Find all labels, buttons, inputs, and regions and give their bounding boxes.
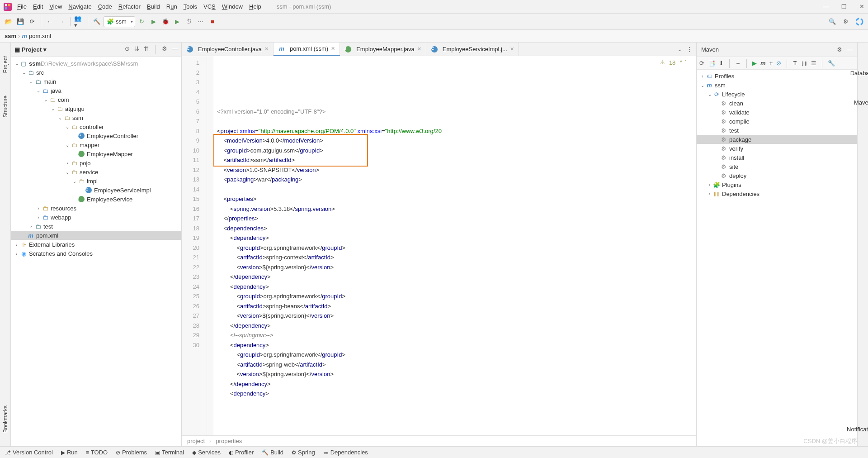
close-tab-icon[interactable]: ✕: [331, 46, 335, 52]
tree-item[interactable]: ⚙ site: [697, 162, 857, 171]
close-tab-icon[interactable]: ✕: [510, 46, 514, 52]
side-tab-structure[interactable]: Structure: [2, 95, 9, 118]
run-config-combo[interactable]: 🧩ssm: [104, 16, 135, 27]
tree-item[interactable]: › 🧩 Plugins: [697, 180, 857, 189]
generate-sources-icon[interactable]: 📑: [708, 60, 715, 67]
chevron-icon[interactable]: ⌄: [64, 170, 71, 175]
select-opened-icon[interactable]: ⊙: [125, 45, 130, 54]
search-icon[interactable]: 🔍: [827, 17, 837, 27]
tree-item[interactable]: m pom.xml: [11, 231, 181, 240]
crumb-properties[interactable]: properties: [216, 438, 242, 444]
bb-dependencies[interactable]: ⫘ Dependencies: [323, 449, 368, 456]
tabs-dropdown-icon[interactable]: ⌄: [677, 46, 682, 52]
tree-item[interactable]: ⌄ 🗀 java: [11, 86, 181, 95]
bb-services[interactable]: ◆ Services: [192, 449, 221, 456]
add-config-icon[interactable]: 👥▾: [74, 17, 84, 27]
run-icon[interactable]: ▶: [149, 17, 159, 27]
bb-terminal[interactable]: ▣ Terminal: [155, 449, 184, 456]
tree-item[interactable]: › 🗀 test: [11, 222, 181, 231]
chevron-icon[interactable]: ⌄: [57, 115, 63, 120]
chevron-icon[interactable]: ⌄: [35, 88, 42, 93]
tree-item[interactable]: › ⫿⫿ Dependencies: [697, 189, 857, 198]
editor-tab[interactable]: m pom.xml (ssm) ✕: [274, 43, 340, 56]
tree-item[interactable]: I EmployeeService: [11, 195, 181, 204]
run-goal-icon[interactable]: ▶: [752, 60, 757, 67]
chevron-icon[interactable]: ⌄: [14, 61, 20, 66]
menu-build[interactable]: Build: [147, 3, 160, 10]
refresh-icon[interactable]: ↻: [137, 17, 147, 27]
bb-build[interactable]: 🔨 Build: [262, 449, 283, 456]
editor-tab[interactable]: I EmployeeMapper.java ✕: [340, 43, 426, 56]
save-icon[interactable]: 💾: [15, 17, 25, 27]
close-tab-icon[interactable]: ✕: [417, 46, 421, 52]
tree-item[interactable]: ⌄ 🗀 ssm: [11, 113, 181, 122]
chevron-icon[interactable]: ⌄: [699, 83, 706, 88]
reload-icon[interactable]: ⟳: [699, 60, 704, 67]
tree-item[interactable]: C EmployeeServiceImpl: [11, 186, 181, 195]
open-icon[interactable]: 📂: [4, 17, 14, 27]
bb-version-control[interactable]: ⎇ Version Control: [5, 449, 53, 456]
panel-settings-icon[interactable]: ⚙: [162, 45, 167, 54]
tree-item[interactable]: I EmployeeMapper: [11, 149, 181, 158]
wrench-icon[interactable]: 🔧: [828, 60, 835, 67]
offline-icon[interactable]: ⊘: [776, 60, 781, 67]
tree-item[interactable]: ⚙ package: [697, 135, 857, 144]
menu-help[interactable]: Help: [249, 3, 261, 10]
chevron-icon[interactable]: ⌄: [707, 92, 713, 97]
panel-hide-icon[interactable]: —: [172, 45, 178, 54]
tree-item[interactable]: ⌄ 🗀 src: [11, 68, 181, 77]
chevron-icon[interactable]: ⌄: [64, 143, 71, 148]
tree-item[interactable]: ⚙ test: [697, 126, 857, 135]
side-tab-bookmarks[interactable]: Bookmarks: [2, 406, 9, 433]
side-tab-database[interactable]: Database: [850, 70, 868, 76]
show-deps-icon[interactable]: ⫿⫿: [801, 60, 807, 67]
tree-item[interactable]: › 🗀 pojo: [11, 158, 181, 167]
tree-item[interactable]: › ⊪ External Libraries: [11, 240, 181, 249]
editor-tab[interactable]: C EmployeeServiceImpl.j... ✕: [426, 43, 519, 56]
close-tab-icon[interactable]: ✕: [264, 46, 269, 52]
profile-icon[interactable]: ⏱: [184, 17, 194, 27]
menu-view[interactable]: View: [49, 3, 62, 10]
chevron-icon[interactable]: ›: [35, 215, 42, 220]
menu-vcs[interactable]: VCS: [203, 3, 216, 10]
settings-icon[interactable]: ⚙: [841, 17, 851, 27]
stop-icon[interactable]: ■: [208, 17, 217, 27]
chevron-icon[interactable]: ⌄: [42, 97, 49, 102]
back-icon[interactable]: ←: [45, 17, 55, 27]
menu-navigate[interactable]: Navigate: [68, 3, 91, 10]
bb-todo[interactable]: ≡ TODO: [86, 449, 108, 456]
editor-tab[interactable]: C EmployeeController.java ✕: [182, 43, 274, 56]
chevron-icon[interactable]: ›: [707, 191, 713, 196]
execute-icon[interactable]: m: [760, 60, 766, 67]
menu-code[interactable]: Code: [98, 3, 112, 10]
menu-refactor[interactable]: Refactor: [118, 3, 141, 10]
tree-item[interactable]: ⌄ 🗀 controller: [11, 122, 181, 131]
chevron-icon[interactable]: ⌄: [21, 70, 27, 75]
hammer-icon[interactable]: 🔨: [92, 17, 102, 27]
tree-item[interactable]: ⌄ 🗀 mapper: [11, 140, 181, 149]
tree-item[interactable]: ⌄ 🗀 impl: [11, 177, 181, 186]
toolbox-icon[interactable]: [854, 17, 864, 27]
maximize-button[interactable]: ❐: [841, 3, 847, 10]
tree-item[interactable]: ⌄ 🗀 atguigu: [11, 104, 181, 113]
menu-tools[interactable]: Tools: [184, 3, 197, 10]
sync-icon[interactable]: ⟳: [27, 17, 37, 27]
show-graph-icon[interactable]: ☰: [811, 60, 816, 67]
maven-settings-icon[interactable]: ⚙: [837, 46, 842, 53]
menu-file[interactable]: FFileile: [17, 3, 27, 10]
download-icon[interactable]: ⬇: [719, 60, 724, 67]
inspection-indicator[interactable]: ⚠ 18 ^ ˅: [660, 58, 688, 68]
chevron-icon[interactable]: ›: [14, 251, 20, 256]
chevron-icon[interactable]: ⌄: [64, 124, 71, 129]
project-view-dropdown[interactable]: ▤ Project ▾: [14, 46, 47, 53]
collapse-all-icon[interactable]: ⇈: [144, 45, 149, 54]
tree-item[interactable]: ⚙ verify: [697, 144, 857, 153]
toggle-skip-icon[interactable]: ⌗: [769, 60, 773, 67]
side-tab-maven[interactable]: Maven: [854, 99, 868, 106]
tree-item[interactable]: ⚙ clean: [697, 99, 857, 108]
bb-profiler[interactable]: ◐ Profiler: [229, 449, 254, 456]
crumb-root[interactable]: ssm: [5, 33, 16, 39]
minimize-button[interactable]: —: [823, 3, 829, 10]
attach-icon[interactable]: ⋯: [196, 17, 206, 27]
chevron-icon[interactable]: ›: [699, 74, 706, 79]
